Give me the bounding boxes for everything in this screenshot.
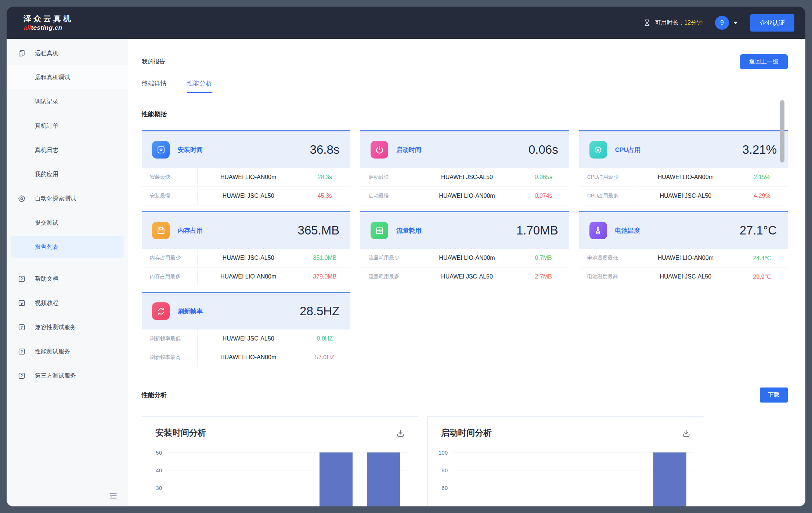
y-tick-label: 50	[156, 450, 162, 456]
sidebar-item-label: 远程真机调试	[35, 74, 70, 81]
summary-heading: 性能概括	[142, 110, 167, 119]
metric-row-value: 28.3s	[299, 174, 350, 181]
sidebar: 远程真机远程真机调试调试记录真机订单真机日志我的应用自动化探索测试提交测试报告列…	[7, 39, 128, 506]
tab-terminal-details[interactable]: 终端详情	[142, 79, 167, 93]
metric-card-value: 1.70MB	[516, 223, 558, 237]
chart-bar	[367, 452, 400, 506]
power-icon	[371, 141, 388, 159]
svg-text:?: ?	[21, 325, 23, 330]
metric-card-label: 流量耗用	[396, 226, 421, 235]
back-button[interactable]: 返回上一级	[740, 54, 788, 69]
metric-card-refresh-rate: 刷新帧率28.5HZ刷新帧率最低HUAWEI JSC-AL500.0HZ刷新帧率…	[142, 292, 350, 367]
sidebar-item-performance-test-service[interactable]: ?性能测试服务	[7, 339, 128, 364]
traffic-icon	[371, 222, 388, 239]
metric-card-label: 启动时间	[396, 146, 421, 154]
sidebar-item-label: 我的应用	[35, 171, 58, 178]
sidebar-item-label: 兼容性测试服务	[35, 324, 76, 331]
sidebar-item-auto-explore-test[interactable]: 自动化探索测试	[7, 186, 128, 211]
sidebar-item-my-apps[interactable]: 我的应用	[7, 162, 128, 186]
sidebar-item-submit-test[interactable]: 提交测试	[7, 211, 128, 235]
metric-row-device: HUAWEI JSC-AL50	[635, 273, 736, 280]
sidebar-item-compatibility-test-service[interactable]: ?兼容性测试服务	[7, 315, 128, 339]
devices-icon	[18, 49, 26, 57]
sidebar-item-report-list[interactable]: 报告列表	[11, 236, 124, 258]
metric-row-value: 29.9℃	[736, 273, 788, 280]
metric-row-label: 安装最快	[142, 168, 198, 186]
sidebar-item-device-logs[interactable]: 真机日志	[7, 138, 128, 162]
logo[interactable]: 泽众云真机 alltesting.cn	[24, 14, 73, 32]
chart-download-icon[interactable]	[681, 429, 691, 439]
available-time-label: 可用时长：	[655, 19, 684, 27]
metric-row-device: HUAWEI JSC-AL50	[416, 273, 517, 280]
metric-card-label: 电池温度	[615, 226, 640, 235]
avatar[interactable]: 9	[715, 16, 729, 30]
download-button[interactable]: 下载	[760, 388, 788, 403]
chart-download-icon[interactable]	[396, 429, 405, 439]
sidebar-item-debug-records[interactable]: 调试记录	[7, 90, 128, 114]
metric-row-label: 内存占用最少	[142, 249, 198, 267]
metric-row: CPU占用最少HUAWEI LIO-AN00m2.15%	[579, 168, 788, 187]
metric-row-value: 0.074s	[518, 193, 569, 199]
metric-row-value: 379.0MB	[299, 273, 350, 280]
sidebar-item-remote-device[interactable]: 远程真机	[7, 41, 128, 65]
scrollbar-thumb[interactable]	[780, 100, 784, 163]
thermometer-icon	[589, 222, 607, 239]
metric-row-label: 流量耗用最少	[360, 249, 416, 267]
metric-card-head: 启动时间0.06s	[360, 131, 569, 168]
metric-card-value: 27.1°C	[740, 223, 777, 237]
sidebar-item-help-docs[interactable]: ?帮助文档	[7, 267, 128, 291]
sidebar-item-third-party-test-service[interactable]: ?第三方测试服务	[7, 364, 128, 388]
metric-card-label: 安装时间	[178, 146, 203, 154]
chart-title: 安装时间分析	[155, 427, 206, 439]
top-header: 泽众云真机 alltesting.cn 可用时长： 12分钟 9 企业认证	[7, 7, 805, 39]
chevron-down-icon	[733, 22, 738, 24]
metric-row-value: 0.0HZ	[299, 335, 350, 342]
metric-card-traffic-usage: 流量耗用1.70MB流量耗用最少HUAWEI LIO-AN00m0.7MB流量耗…	[360, 211, 569, 286]
tab-performance-analysis[interactable]: 性能分析	[187, 79, 212, 93]
metric-row-device: HUAWEI LIO-AN00m	[198, 174, 299, 181]
metric-row-device: HUAWEI LIO-AN00m	[635, 174, 736, 181]
metric-row-label: CPU占用最少	[579, 168, 635, 186]
enterprise-auth-button[interactable]: 企业认证	[750, 14, 794, 32]
sidebar-collapse-icon[interactable]	[108, 491, 118, 501]
sidebar-item-label: 提交测试	[35, 219, 58, 227]
metric-row: 刷新帧率最高HUAWEI LIO-AN00m57.0HZ	[142, 348, 350, 367]
metric-card-head: 安装时间36.8s	[142, 131, 350, 168]
metric-row-device: HUAWEI JSC-AL50	[416, 174, 517, 181]
metric-card-head: 刷新帧率28.5HZ	[142, 293, 350, 330]
main-content: 我的报告 返回上一级 终端详情性能分析 性能概括 安装时间36.8s安装最快HU…	[128, 39, 805, 506]
sidebar-item-label: 帮助文档	[35, 275, 58, 283]
analysis-heading: 性能分析	[142, 391, 167, 399]
metric-row-device: HUAWEI JSC-AL50	[198, 255, 299, 261]
metric-row-device: HUAWEI LIO-AN00m	[198, 354, 299, 361]
user-menu[interactable]: 9	[715, 16, 738, 30]
install-icon	[152, 141, 170, 159]
metric-row: 流量耗用最多HUAWEI JSC-AL502.7MB	[360, 268, 569, 286]
metric-row-label: 安装最慢	[142, 187, 198, 205]
sidebar-item-device-orders[interactable]: 真机订单	[7, 114, 128, 138]
gear-icon	[18, 194, 26, 203]
logo-title: 泽众云真机	[24, 14, 73, 23]
available-time-value: 12分钟	[684, 19, 703, 27]
metric-row-value: 0.7MB	[518, 255, 569, 261]
help-icon: ?	[18, 372, 26, 380]
metric-row: 电池温度最高HUAWEI JSC-AL5029.9℃	[579, 268, 788, 286]
metric-card-value: 365.MB	[298, 223, 340, 237]
metric-row: 内存占用最少HUAWEI JSC-AL50351.0MB	[142, 249, 350, 268]
metric-card-label: 内存占用	[178, 226, 203, 235]
metric-card-head: 流量耗用1.70MB	[360, 212, 569, 249]
topbar-right: 可用时长： 12分钟 9 企业认证	[643, 14, 794, 32]
svg-text:?: ?	[21, 350, 23, 354]
metric-row-label: 流量耗用最多	[360, 268, 416, 286]
metric-row-device: HUAWEI LIO-AN00m	[416, 193, 517, 199]
metric-row-label: 内存占用最多	[142, 268, 198, 286]
app-window: 泽众云真机 alltesting.cn 可用时长： 12分钟 9 企业认证 远程…	[7, 7, 805, 506]
sidebar-item-remote-debug[interactable]: 远程真机调试	[7, 65, 128, 90]
metric-row-device: HUAWEI JSC-AL50	[635, 193, 736, 199]
analysis-section-head: 性能分析 下载	[142, 388, 788, 403]
metric-row-label: 刷新帧率最高	[142, 348, 198, 367]
metric-card-cpu-usage: CPU占用3.21%CPU占用最少HUAWEI LIO-AN00m2.15%CP…	[579, 130, 788, 205]
sidebar-item-video-tutorials[interactable]: 视频教程	[7, 291, 128, 315]
page-title: 我的报告	[142, 58, 165, 66]
sidebar-item-label: 第三方测试服务	[35, 372, 76, 380]
